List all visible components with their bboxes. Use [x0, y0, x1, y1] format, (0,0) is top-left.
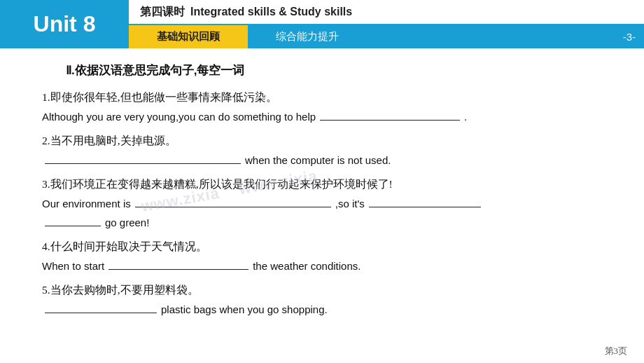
header: Unit 8 第四课时 Integrated skills & Study sk…: [0, 0, 644, 48]
q1-en-part2: .: [464, 108, 467, 126]
tab-inactive[interactable]: 综合能力提升: [248, 25, 367, 48]
q3-en-part1: Our environment is: [42, 195, 131, 213]
q3-en-part3: go green!: [105, 214, 149, 232]
footer-page-number: 第3页: [605, 345, 628, 357]
tabs-row: 基础知识回顾 综合能力提升 -3-: [129, 25, 644, 48]
q1-blank1: [320, 108, 460, 121]
lesson-title: 第四课时 Integrated skills & Study skills: [129, 0, 644, 25]
q1-en-part1: Although you are very young,you can do s…: [42, 108, 316, 126]
main-content: www.zixia www.zixia Ⅱ.依据汉语意思完成句子,每空一词 1.…: [0, 48, 644, 331]
q5-en-part1: plastic bags when you go shopping.: [161, 301, 328, 319]
q3-en-part2: ,so it's: [335, 195, 365, 213]
q3-cn: 3.我们环境正在变得越来越糟糕,所以该是我们行动起来保护环境时候了!: [42, 175, 616, 193]
q2-cn: 2.当不用电脑时,关掉电源。: [42, 132, 616, 150]
q4-en-part2: the weather conditions.: [253, 257, 360, 275]
q3-en-line1: Our environment is ,so it's: [42, 195, 616, 213]
q5-cn: 5.当你去购物时,不要用塑料袋。: [42, 281, 616, 299]
question-5: 5.当你去购物时,不要用塑料袋。 plastic bags when you g…: [42, 281, 616, 319]
q1-cn: 1.即使你很年轻,但也能做一些事情来降低污染。: [42, 88, 616, 107]
unit-label: Unit 8: [0, 0, 129, 48]
q4-blank1: [108, 257, 248, 270]
q2-en: when the computer is not used.: [42, 151, 616, 170]
unit-text: Unit 8: [34, 11, 96, 37]
lesson-chinese: 第四课时: [140, 5, 185, 20]
q4-cn: 4.什么时间开始取决于天气情况。: [42, 238, 616, 256]
q3-en-line2: go green!: [42, 214, 616, 232]
q2-en-part1: when the computer is not used.: [245, 151, 391, 170]
question-4: 4.什么时间开始取决于天气情况。 When to start the weath…: [42, 238, 616, 275]
lesson-english: Integrated skills & Study skills: [190, 6, 352, 18]
q4-en-part1: When to start: [42, 257, 104, 275]
question-1: 1.即使你很年轻,但也能做一些事情来降低污染。 Although you are…: [42, 88, 616, 126]
q4-en: When to start the weather conditions.: [42, 257, 616, 275]
q5-blank1: [45, 301, 157, 313]
q5-en: plastic bags when you go shopping.: [42, 301, 616, 319]
q3-blank3: [45, 214, 101, 226]
q3-blank2: [369, 195, 481, 207]
q1-en: Although you are very young,you can do s…: [42, 108, 616, 126]
header-right: 第四课时 Integrated skills & Study skills 基础…: [129, 0, 644, 48]
question-3: 3.我们环境正在变得越来越糟糕,所以该是我们行动起来保护环境时候了! Our e…: [42, 175, 616, 232]
q3-blank1: [135, 195, 331, 207]
q2-blank1: [45, 151, 241, 164]
page-number: -3-: [623, 25, 644, 48]
question-2: 2.当不用电脑时,关掉电源。 when the computer is not …: [42, 132, 616, 170]
tab-active[interactable]: 基础知识回顾: [129, 25, 248, 48]
section-title: Ⅱ.依据汉语意思完成句子,每空一词: [42, 61, 616, 81]
